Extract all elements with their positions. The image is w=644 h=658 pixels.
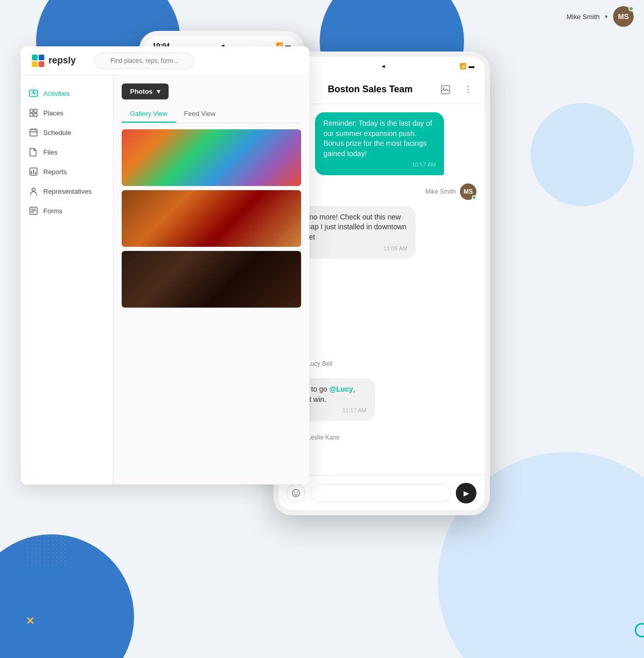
emoji-button[interactable] [287,484,305,502]
sidebar-label-files: Files [43,148,57,156]
avatar-mike-wrapper: MS [460,183,476,200]
forms-icon [29,206,38,215]
svg-rect-8 [34,113,37,116]
sidebar-label-reports: Reports [43,168,67,176]
sidebar-item-reports[interactable]: Reports [21,162,113,181]
message-time-1: 10:57 AM [323,161,436,168]
sidebar-item-schedule[interactable]: Schedule [21,123,113,142]
desktop-window: repsly 🔍 Activities [21,46,309,484]
phone2-status-bar: 10:04 ◄ 📶 ▬ [278,57,485,75]
phone2-battery-icon: ▬ [469,63,474,69]
sidebar-item-activities[interactable]: Activities [21,83,113,103]
sidebar-item-files[interactable]: Files [21,142,113,162]
message-text-1: Reminder: Today is the last day of our s… [323,119,432,158]
online-status-dot [629,6,634,11]
play-icon: ▶ [464,489,469,497]
content-area: Photos ▾ Gallery View Feed View [113,75,309,484]
svg-rect-5 [30,109,33,112]
sender-name-leslie: Leslie Kane [307,434,340,441]
svg-point-26 [297,492,298,493]
svg-rect-7 [30,113,33,116]
chat-input[interactable] [310,484,451,502]
more-options-icon[interactable]: ⋮ [460,81,476,98]
svg-point-23 [443,87,445,89]
logo-icon [31,54,45,68]
activity-icon [29,89,38,98]
sidebar-label-schedule: Schedule [43,129,71,137]
phone2-signal-arrow: ◄ [381,63,386,69]
tab-gallery-view[interactable]: Gallery View [122,106,176,123]
svg-rect-2 [32,61,38,67]
sender-name-mike: Mike Smith [425,188,456,195]
sidebar-label-forms: Forms [43,207,62,215]
sidebar: Activities Places [21,75,113,484]
photo-grid [122,129,301,308]
photo-thumb-3[interactable] [122,251,301,308]
mike-online-dot [472,195,476,200]
search-wrapper: 🔍 [94,53,299,69]
sidebar-item-representatives[interactable]: Representatives [21,181,113,201]
svg-rect-1 [39,55,44,60]
message-2: Say no more! Check out this new endcap I… [287,206,448,259]
svg-point-17 [32,188,35,191]
svg-rect-6 [34,109,37,112]
sidebar-label-activities: Activities [43,90,70,97]
sidebar-item-places[interactable]: Places [21,103,113,123]
schedule-icon [29,128,38,137]
sidebar-item-forms[interactable]: Forms [21,201,113,221]
reports-icon [29,167,38,176]
chat-title: Boston Sales Team [309,84,431,95]
tab-feed-view[interactable]: Feed View [176,106,224,123]
sidebar-label-places: Places [43,109,63,117]
phone2-wifi-icon: 📶 [459,63,467,70]
phone2-status-icons: 📶 ▬ [459,63,474,70]
bg-decor-bottom-left [0,534,134,658]
photos-button-label: Photos [130,88,153,95]
photos-dropdown-arrow: ▾ [157,88,160,95]
svg-rect-9 [30,129,37,136]
sender-name-lucy: Lucy Bell [307,360,333,367]
svg-rect-3 [39,61,44,67]
places-icon [29,108,38,117]
collapse-icon: ✕ [26,615,35,627]
desktop-topbar: repsly 🔍 [21,46,309,75]
photo-thumb-2[interactable] [122,190,301,247]
bg-decor-mid-right [531,103,634,206]
chat-input-bar: ▶ [278,475,485,510]
user-dropdown-arrow[interactable]: ▾ [605,13,608,20]
sidebar-label-representatives: Representatives [43,188,92,195]
svg-point-25 [294,492,295,493]
sender-leslie-row: LK Leslie Kane [287,429,476,446]
search-input[interactable] [94,53,194,69]
user-info-bar: Mike Smith ▾ MS [556,0,644,33]
svg-rect-0 [32,55,38,60]
logo-text: repsly [48,55,76,66]
user-name: Mike Smith [567,13,600,21]
message-time-2: 11:05 AM [295,245,407,252]
files-icon [29,147,38,157]
message-text-2: Say no more! Check out this new endcap I… [295,213,406,241]
user-avatar[interactable]: MS [613,6,634,27]
sender-lucy-row: LB Lucy Bell [287,356,476,372]
bg-dots [26,534,67,565]
svg-point-24 [292,490,300,497]
tabs-row: Gallery View Feed View [122,106,301,123]
message-1: Reminder: Today is the last day of our s… [315,112,476,175]
message-bubble-sent-1: Reminder: Today is the last day of our s… [315,112,444,175]
representatives-icon [29,187,38,196]
photo-thumb-1[interactable] [122,129,301,186]
photos-button[interactable]: Photos ▾ [122,83,169,99]
send-button[interactable]: ▶ [456,483,476,503]
desktop-body: Activities Places [21,75,309,484]
image-icon[interactable] [437,81,454,98]
chat-messages: Reminder: Today is the last day of our s… [278,104,485,475]
logo-area: repsly [31,54,76,68]
chat-header: ‹ Boston Sales Team ⋮ [278,75,485,104]
sender-mike-row: Mike Smith MS [287,183,476,200]
